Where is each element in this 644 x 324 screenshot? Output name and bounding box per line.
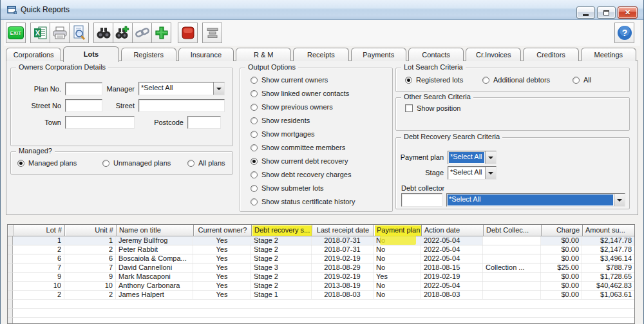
cell-unit-row3[interactable]: 6 [64, 254, 116, 263]
print-button[interactable] [50, 23, 70, 43]
payment-plan-select[interactable]: *Select All [448, 151, 497, 164]
tab-registers[interactable]: Registers [121, 48, 176, 61]
add-button[interactable] [151, 23, 171, 43]
cell-debt-recovery-s-row4[interactable]: Stage 3 [251, 263, 312, 272]
tab-insurance[interactable]: Insurance [178, 48, 234, 61]
col-header-lot[interactable]: Lot # [14, 225, 65, 236]
cell-last-receipt-date-row7[interactable]: 2018-08-03 [312, 291, 374, 299]
cell-current-owner-row2[interactable]: Yes [193, 245, 251, 254]
cell-amount-su-row5[interactable]: $1,728.65 [582, 272, 635, 281]
cell-debt-recovery-s-row1[interactable]: Stage 2 [251, 236, 312, 245]
row-selector[interactable] [8, 281, 13, 290]
cell-debt-collec-row5[interactable] [483, 272, 541, 281]
chevron-down-icon[interactable] [485, 151, 496, 164]
row-selector[interactable] [8, 291, 13, 299]
col-header-amount-su[interactable]: Amount su... [583, 225, 635, 236]
radio-show-submeter-lots[interactable]: Show submeter lots [251, 184, 324, 192]
table-row-6[interactable]: 1010Anthony CarbonaraYesStage 22013-08-1… [8, 281, 634, 291]
manager-select[interactable]: *Select All [138, 82, 225, 95]
cell-debt-collec-row6[interactable] [483, 281, 541, 290]
cell-unit-row7[interactable]: 2 [64, 291, 116, 299]
street-input[interactable] [138, 99, 225, 112]
tab-meetings[interactable]: Meetings [581, 48, 636, 61]
radio-all-plans[interactable]: All plans [187, 159, 225, 167]
tab-receipts[interactable]: Receipts [293, 48, 348, 61]
radio-all[interactable]: All [573, 76, 591, 84]
radio-show-linked-owner-contacts[interactable]: Show linked owner contacts [251, 90, 349, 97]
radio-show-debt-recovery-charges[interactable]: Show debt recovery charges [251, 171, 351, 178]
cell-amount-su-row6[interactable]: $40,462.83 [582, 281, 635, 290]
cell-charge-row4[interactable]: $25.00 [541, 263, 582, 272]
row-selector[interactable] [8, 236, 13, 245]
cell-lot-row1[interactable]: 1 [13, 236, 64, 245]
minimize-button[interactable] [576, 6, 595, 19]
radio-show-status-certificate-history[interactable]: Show status certificate history [251, 198, 355, 205]
radio-additional-debtors[interactable]: Additional debtors [482, 76, 550, 84]
cell-debt-recovery-s-row6[interactable]: Stage 2 [251, 281, 312, 290]
cell-last-receipt-date-row2[interactable]: 2018-07-31 [312, 245, 374, 254]
radio-registered-lots[interactable]: Registered lots [405, 76, 463, 84]
cell-name-on-title-row6[interactable]: Anthony Carbonara [116, 281, 193, 290]
cell-debt-recovery-s-row2[interactable]: Stage 2 [251, 245, 312, 254]
cell-current-owner-row1[interactable]: Yes [193, 236, 251, 245]
cell-last-receipt-date-row3[interactable]: 2019-02-19 [312, 254, 374, 263]
cell-payment-plan-row1[interactable]: No [374, 236, 421, 245]
cell-current-owner-row7[interactable]: Yes [193, 291, 251, 299]
cell-unit-row1[interactable]: 1 [64, 236, 116, 245]
link-button[interactable] [132, 23, 152, 43]
town-input[interactable] [65, 116, 135, 129]
cell-name-on-title-row3[interactable]: Boscaiola & Compa... [116, 254, 193, 263]
cell-name-on-title-row5[interactable]: Mark Mascaponi [116, 272, 193, 281]
tab-r-m[interactable]: R & M [236, 48, 291, 61]
cell-payment-plan-row2[interactable]: No [374, 245, 421, 254]
cell-debt-recovery-s-row7[interactable]: Stage 1 [251, 291, 312, 299]
radio-unmanaged-plans[interactable]: Unmanaged plans [102, 159, 171, 167]
title-bar[interactable]: Quick Reports ✕ [1, 0, 643, 20]
cell-charge-row1[interactable]: $0.00 [541, 236, 582, 245]
cell-charge-row3[interactable]: $0.00 [541, 254, 582, 263]
cell-debt-collec-row2[interactable] [483, 245, 541, 254]
cell-payment-plan-row7[interactable]: No [374, 291, 421, 299]
cell-unit-row2[interactable]: 2 [64, 245, 116, 254]
cell-debt-recovery-s-row5[interactable]: Stage 2 [251, 272, 312, 281]
cell-charge-row7[interactable]: $0.00 [541, 291, 582, 299]
cell-last-receipt-date-row6[interactable]: 2013-08-19 [312, 281, 374, 290]
tab-cr-invoices[interactable]: Cr.Invoices [466, 48, 521, 61]
radio-show-committee-members[interactable]: Show committee members [251, 144, 345, 151]
cell-unit-row6[interactable]: 10 [64, 281, 116, 290]
table-row-2[interactable]: 22Peter RabbitYesStage 22018-07-31No2022… [8, 245, 634, 254]
chevron-down-icon[interactable] [614, 194, 625, 206]
cell-action-date-row2[interactable]: 2022-05-04 [421, 245, 483, 254]
cell-last-receipt-date-row5[interactable]: 2019-02-19 [312, 272, 374, 281]
table-row-1[interactable]: 11Jeremy BullfrogYesStage 22018-07-31No2… [8, 236, 634, 245]
cell-amount-su-row4[interactable]: $788.79 [582, 263, 635, 272]
cell-action-date-row6[interactable]: 2022-05-04 [421, 281, 483, 290]
radio-show-residents[interactable]: Show residents [251, 117, 310, 124]
tab-lots[interactable]: Lots [63, 46, 118, 62]
stop-button[interactable] [178, 23, 198, 43]
cell-payment-plan-row3[interactable]: No [374, 254, 421, 263]
print-preview-button[interactable] [69, 23, 89, 43]
col-header-last-receipt-date[interactable]: Last receipt date [312, 225, 374, 236]
debt-collector-input[interactable] [401, 193, 442, 207]
radio-show-previous-owners[interactable]: Show previous owners [251, 103, 333, 111]
radio-managed-plans[interactable]: Managed plans [17, 159, 77, 167]
cell-debt-collec-row4[interactable]: Collection ... [483, 263, 541, 272]
row-selector[interactable] [8, 245, 13, 254]
cell-debt-collec-row7[interactable] [483, 291, 541, 299]
find-button[interactable] [93, 23, 113, 43]
cell-name-on-title-row2[interactable]: Peter Rabbit [116, 245, 193, 254]
cell-debt-recovery-s-row3[interactable]: Stage 2 [251, 254, 312, 263]
radio-show-mortgages[interactable]: Show mortgages [251, 130, 315, 138]
cell-last-receipt-date-row4[interactable]: 2018-08-29 [312, 263, 374, 272]
cell-name-on-title-row4[interactable]: David Cannelloni [116, 263, 193, 272]
cell-charge-row2[interactable]: $0.00 [541, 245, 582, 254]
show-position-checkbox[interactable]: Show position [405, 104, 461, 112]
cell-lot-row7[interactable]: 2 [13, 291, 64, 299]
cell-last-receipt-date-row1[interactable]: 2018-07-31 [312, 236, 374, 245]
empty-row[interactable] [8, 318, 634, 324]
empty-row[interactable] [8, 300, 634, 309]
cell-current-owner-row5[interactable]: Yes [193, 272, 251, 281]
postcode-input[interactable] [187, 116, 221, 129]
col-header-charge[interactable]: Charge [542, 225, 583, 236]
